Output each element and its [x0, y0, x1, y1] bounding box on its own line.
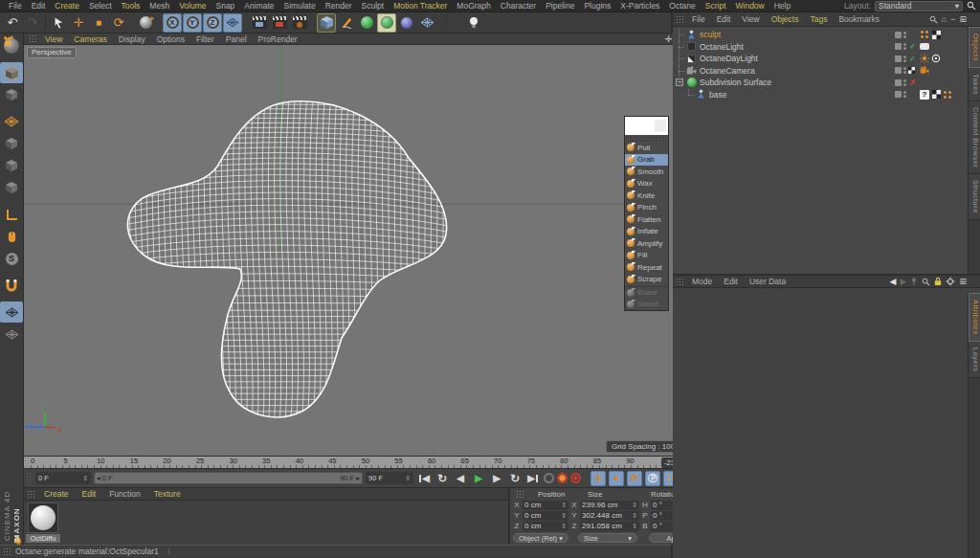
menu-item[interactable]: Simulate — [279, 1, 321, 11]
render-settings-button[interactable] — [290, 13, 309, 33]
pen-spline-menu[interactable] — [337, 13, 356, 33]
record-keyframe-button[interactable] — [557, 473, 568, 483]
vertex-map-tag[interactable] — [920, 30, 929, 39]
menu-item[interactable]: MoGraph — [452, 1, 495, 11]
enabled-check-icon[interactable]: ✓ — [908, 42, 917, 51]
panel-tab[interactable]: Takes — [969, 68, 980, 101]
om-grip[interactable] — [676, 15, 683, 24]
deformer-menu[interactable] — [397, 13, 416, 33]
om-menu-item[interactable]: File — [686, 14, 711, 24]
viewport-menu-item[interactable]: ProRender — [253, 34, 303, 44]
sculpt-tool-item[interactable]: Erase — [625, 286, 668, 299]
sculpt-tool-item[interactable]: Grab — [625, 154, 668, 167]
object-name[interactable]: Subdivision Surface — [700, 78, 771, 87]
target-tag[interactable] — [931, 54, 941, 63]
object-name[interactable]: OctaneDayLight — [700, 54, 758, 63]
material-menu-item[interactable]: Edit — [76, 489, 103, 499]
menu-item[interactable]: Mesh — [145, 1, 174, 11]
frame-forward-button[interactable]: ▶ — [489, 471, 504, 485]
render-view-button[interactable] — [250, 13, 269, 33]
menu-item[interactable]: X-Particles — [615, 1, 664, 11]
question-tag[interactable]: ? — [920, 90, 929, 100]
autokey-button[interactable] — [570, 473, 581, 483]
disabled-cross-icon[interactable]: ✗ — [908, 78, 917, 87]
viewport-menu-item[interactable]: Display — [113, 34, 151, 44]
position-field[interactable]: 0 cm⇕ — [523, 501, 568, 510]
array-clone-menu[interactable] — [417, 13, 436, 33]
live-selection-tool[interactable] — [49, 13, 68, 33]
am-search-icon[interactable] — [922, 278, 930, 286]
menu-item[interactable]: Octane — [664, 1, 700, 11]
visibility-dots[interactable] — [903, 43, 906, 50]
om-menu-item[interactable]: Bookmarks — [833, 14, 885, 24]
viewport-canvas[interactable]: Y X Perspective Grid Spacing : 10000 cm — [24, 45, 705, 456]
panel-tab[interactable]: Attributes — [969, 293, 980, 342]
goto-end-button[interactable]: ▶ — [525, 471, 541, 485]
last-used-tool[interactable]: + — [136, 13, 155, 33]
points-mode-button[interactable] — [0, 133, 23, 154]
workplane-lock-button[interactable] — [0, 301, 23, 323]
viewport-menu-item[interactable]: View — [39, 34, 68, 44]
am-add-panel-icon[interactable]: ⊞ — [959, 277, 967, 286]
viewport-menu-item[interactable]: Panel — [220, 34, 253, 44]
history-forward-icon[interactable]: ▶ — [901, 277, 907, 286]
viewport-menu-item[interactable]: Filter — [190, 34, 220, 44]
make-editable-button[interactable] — [0, 62, 23, 83]
menu-item[interactable]: Motion Tracker — [389, 1, 452, 11]
visibility-toggle[interactable] — [895, 67, 902, 74]
material-menu-item[interactable]: Create — [37, 489, 76, 499]
timeline-range-slider[interactable]: ◂ 0 F 90 F ▸ — [94, 472, 363, 484]
object-row-subdivision-surface[interactable]: − Subdivision Surface ✗ — [673, 77, 980, 89]
visibility-dots[interactable] — [903, 56, 906, 62]
am-grip[interactable] — [676, 278, 683, 286]
viewport-menu-item[interactable]: Cameras — [68, 34, 112, 44]
visibility-toggle[interactable] — [895, 32, 902, 38]
menu-item[interactable]: Render — [321, 1, 357, 11]
move-tool[interactable]: ✛ — [69, 13, 88, 33]
material-item[interactable]: OctDiffu — [26, 502, 60, 543]
om-search-icon[interactable] — [929, 15, 938, 24]
menu-item[interactable]: Volume — [174, 1, 211, 11]
enabled-check-icon[interactable]: ✓ — [908, 55, 917, 63]
redo-button[interactable]: ↷ — [23, 13, 42, 33]
sculpt-tool-item[interactable]: Repeat — [625, 261, 668, 274]
menu-item[interactable]: Pipeline — [541, 1, 579, 11]
sculpt-tool-item[interactable]: Wax — [625, 178, 668, 190]
sculpt-tool-item[interactable]: Knife — [625, 190, 668, 202]
subdivision-generator-menu[interactable] — [357, 13, 376, 33]
material-panel-grip[interactable] — [27, 490, 34, 499]
layout-dropdown[interactable]: Standard▾ — [875, 1, 963, 11]
object-row-octanedaylight[interactable]: OctaneDayLight ✓ — [673, 53, 980, 65]
om-minus-icon[interactable]: − — [950, 14, 955, 24]
menu-item[interactable]: File — [4, 1, 27, 11]
search-icon[interactable] — [967, 1, 976, 11]
size-field[interactable]: 239.96 cm⇕ — [580, 501, 639, 510]
material-name[interactable]: OctDiffu — [26, 534, 60, 543]
om-add-panel-icon[interactable]: ⊞ — [959, 14, 967, 24]
object-name[interactable]: OctaneLight — [700, 42, 744, 52]
sculpt-tool-item[interactable]: Pull — [625, 142, 668, 154]
state-checker-icon[interactable] — [908, 67, 917, 74]
sculpt-tool-item[interactable]: Scrape — [625, 274, 668, 286]
key-parameter-toggle[interactable]: Ⓟ — [645, 471, 660, 486]
model-mode-button[interactable] — [0, 111, 23, 132]
play-button[interactable]: ▶ — [471, 471, 486, 485]
panel-grip[interactable] — [29, 34, 36, 43]
position-field[interactable]: 0 cm⇕ — [523, 522, 568, 531]
undo-button[interactable]: ↶ — [3, 13, 22, 33]
sculpt-tool-item[interactable]: Amplify — [625, 237, 668, 250]
goto-start-button[interactable]: ◀ — [416, 471, 432, 485]
sculpt-tool-item[interactable]: Inflate — [625, 226, 668, 238]
panel-tab[interactable]: Layers — [969, 342, 980, 379]
panel-tab[interactable]: Objects — [969, 27, 980, 68]
sculpt-tool-item[interactable]: Pinch — [625, 202, 668, 214]
visibility-toggle[interactable] — [895, 79, 902, 86]
magnet-snap-button[interactable] — [0, 275, 23, 296]
visibility-dots[interactable] — [903, 91, 906, 98]
polygons-mode-button[interactable] — [0, 177, 23, 198]
key-rotation-toggle[interactable]: ⟳ — [627, 471, 642, 486]
render-picture-viewer-button[interactable] — [270, 13, 289, 33]
generator-menu[interactable] — [377, 13, 396, 33]
sculpt-tool-item[interactable]: Flatten — [625, 213, 668, 226]
om-home-icon[interactable]: ⌂ — [942, 14, 947, 24]
